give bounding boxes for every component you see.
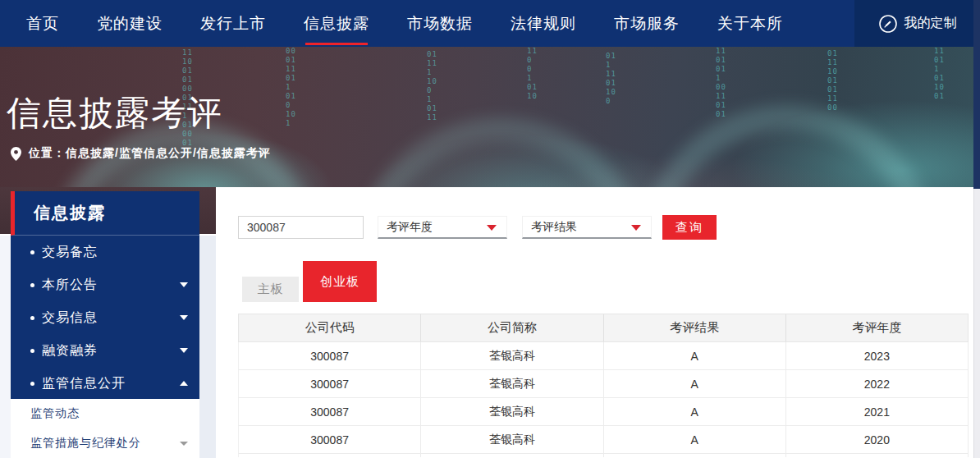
col-header-company-code: 公司代码 xyxy=(239,314,421,341)
bullet-icon xyxy=(30,349,34,353)
binary-rain-decoration: 00 01 11 01 1 01 0 10 1 xyxy=(286,47,296,128)
stock-code-input[interactable] xyxy=(238,216,364,239)
bullet-icon xyxy=(30,283,34,287)
nav-item-listing[interactable]: 发行上市 xyxy=(200,0,266,47)
result-select-label: 考评结果 xyxy=(531,220,577,235)
sidebar-submenu: 监管动态 监管措施与纪律处分 xyxy=(11,399,199,458)
cell-eval-year: 2022 xyxy=(786,370,969,397)
cell-eval-result: A xyxy=(604,342,786,369)
cell-company-name: 荃银高科 xyxy=(421,370,603,397)
table-row: 300087 荃银高科 A 2023 xyxy=(238,342,969,370)
submenu-item-label: 监管措施与纪律处分 xyxy=(30,436,141,451)
edit-pencil-icon xyxy=(878,14,898,34)
cell-company-code: 300087 xyxy=(239,370,421,397)
page-scrollbar xyxy=(973,0,980,458)
sidebar-item-label: 交易信息 xyxy=(42,309,98,327)
evaluation-year-select[interactable]: 考评年度 xyxy=(378,216,507,239)
nav-item-about[interactable]: 关于本所 xyxy=(717,0,783,47)
col-header-eval-year: 考评年度 xyxy=(786,314,968,341)
tab-chinext-board[interactable]: 创业板 xyxy=(303,261,377,302)
bullet-icon xyxy=(30,316,34,320)
scrollbar-track[interactable] xyxy=(973,189,980,458)
my-custom-button[interactable]: 我的定制 xyxy=(854,0,980,47)
bullet-icon xyxy=(30,382,34,386)
year-select-label: 考评年度 xyxy=(387,220,433,235)
location-pin-icon xyxy=(11,147,21,161)
cell-empty xyxy=(786,454,969,457)
chevron-down-icon xyxy=(180,442,188,446)
cell-company-name: 荃银高科 xyxy=(421,426,603,453)
cell-company-code: 300087 xyxy=(239,426,421,453)
sidebar-item-margin-trading[interactable]: 融资融券 xyxy=(11,334,199,367)
col-header-company-name: 公司简称 xyxy=(421,314,603,341)
cell-eval-year: 2020 xyxy=(786,426,969,453)
submenu-item-label: 监管动态 xyxy=(30,406,80,421)
binary-rain-decoration: 01 11 1 10 0 1 01 11 xyxy=(427,50,437,122)
nav-item-services[interactable]: 市场服务 xyxy=(614,0,680,47)
sidebar-right-gutter xyxy=(199,236,216,458)
cell-company-name: 荃银高科 xyxy=(421,398,603,425)
submenu-item-regulatory-news[interactable]: 监管动态 xyxy=(11,399,199,428)
page: 首页 党的建设 发行上市 信息披露 市场数据 法律规则 市场服务 关于本所 我的… xyxy=(0,0,980,458)
table-row: 300087 荃银高科 A 2020 xyxy=(238,426,969,454)
hero-banner: 11 10 01 01 00 01 11 1 01 00 01 11 00 01… xyxy=(0,47,980,187)
sidebar-item-label: 交易备忘 xyxy=(42,244,98,261)
cell-company-name: 荃银高科 xyxy=(421,342,603,369)
dropdown-arrow-icon xyxy=(631,225,641,231)
evaluation-table: 公司代码 公司简称 考评结果 考评年度 300087 荃银高科 A 2023 3… xyxy=(238,314,969,457)
sidebar-menu: 交易备忘 本所公告 交易信息 融资融券 监管信息公开 xyxy=(11,236,199,399)
binary-rain-decoration: 11 01 1 01 10 01 xyxy=(934,47,945,101)
query-button[interactable]: 查询 xyxy=(662,215,717,240)
table-row-clipped xyxy=(238,454,969,457)
table-row: 300087 荃银高科 A 2021 xyxy=(238,398,969,426)
sidebar-item-label: 本所公告 xyxy=(42,277,98,294)
tab-main-board[interactable]: 主板 xyxy=(242,277,299,302)
dropdown-arrow-icon xyxy=(487,225,497,231)
binary-rain-decoration: 01 11 10 01 01 11 00 xyxy=(827,49,838,112)
page-title: 信息披露考评 xyxy=(7,90,223,136)
bullet-icon xyxy=(30,250,34,254)
top-nav: 首页 党的建设 发行上市 信息披露 市场数据 法律规则 市场服务 关于本所 我的… xyxy=(0,0,980,47)
cell-eval-result: A xyxy=(604,370,786,397)
table-header-row: 公司代码 公司简称 考评结果 考评年度 xyxy=(238,314,969,342)
binary-rain-decoration: 01 1 11 01 10 0 xyxy=(606,52,616,106)
sidebar-item-regulatory-disclosure[interactable]: 监管信息公开 xyxy=(11,367,199,400)
scrollbar-thumb[interactable] xyxy=(973,0,980,189)
evaluation-result-select[interactable]: 考评结果 xyxy=(522,216,652,239)
nav-item-market-data[interactable]: 市场数据 xyxy=(407,0,473,47)
table-row: 300087 荃银高科 A 2022 xyxy=(238,370,969,398)
cell-empty xyxy=(239,454,421,457)
sidebar-item-label: 融资融券 xyxy=(42,342,98,360)
left-gutter xyxy=(0,236,11,458)
breadcrumb: 位置：信息披露/监管信息公开/信息披露考评 xyxy=(11,146,271,161)
binary-rain-decoration: 11 0 0 1 01 10 xyxy=(527,47,538,101)
chevron-down-icon xyxy=(180,282,188,287)
nav-item-party-building[interactable]: 党的建设 xyxy=(97,0,163,47)
cell-company-code: 300087 xyxy=(239,398,421,425)
nav-item-home[interactable]: 首页 xyxy=(26,0,59,47)
chevron-up-icon xyxy=(180,381,188,386)
cell-empty xyxy=(421,454,603,457)
sidebar-title: 信息披露 xyxy=(11,191,199,236)
sidebar-item-label: 监管信息公开 xyxy=(42,375,126,392)
cell-empty xyxy=(604,454,786,457)
binary-rain-decoration: 11 01 01 1 00 11 01 01 xyxy=(716,47,726,119)
nav-items: 首页 党的建设 发行上市 信息披露 市场数据 法律规则 市场服务 关于本所 xyxy=(0,0,980,47)
my-custom-label: 我的定制 xyxy=(904,15,957,32)
nav-item-rules[interactable]: 法律规则 xyxy=(511,0,576,47)
cell-eval-result: A xyxy=(604,398,786,425)
breadcrumb-text: 位置：信息披露/监管信息公开/信息披露考评 xyxy=(29,146,271,161)
cell-eval-result: A xyxy=(604,426,786,453)
cell-eval-year: 2021 xyxy=(786,398,969,425)
cell-company-code: 300087 xyxy=(239,342,421,369)
chevron-down-icon xyxy=(180,348,188,353)
cell-eval-year: 2023 xyxy=(786,342,969,369)
sidebar-item-announcements[interactable]: 本所公告 xyxy=(11,268,199,301)
chevron-down-icon xyxy=(180,315,188,320)
col-header-eval-result: 考评结果 xyxy=(604,314,786,341)
sidebar-item-trading-info[interactable]: 交易信息 xyxy=(11,301,199,334)
nav-item-disclosure[interactable]: 信息披露 xyxy=(304,0,369,47)
sidebar-item-trading-memo[interactable]: 交易备忘 xyxy=(11,236,199,268)
submenu-item-measures-discipline[interactable]: 监管措施与纪律处分 xyxy=(11,428,199,458)
